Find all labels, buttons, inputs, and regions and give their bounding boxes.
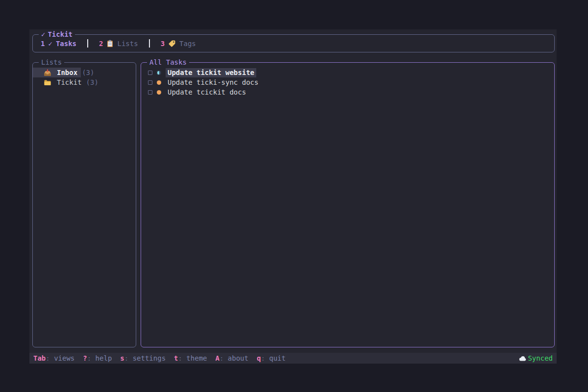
keybinding-hints: Tab: views ?: help s: settings t: theme … bbox=[33, 354, 286, 362]
hint-views[interactable]: Tab: views bbox=[33, 354, 74, 362]
app-title: ✓Tickit bbox=[39, 30, 75, 39]
hint-key: t bbox=[174, 354, 178, 362]
tab-lists-label: Lists bbox=[117, 40, 138, 48]
half-circle-status-icon bbox=[157, 71, 161, 75]
task-title: Update ticki-sync docs bbox=[166, 78, 260, 87]
hint-colon: : bbox=[46, 354, 54, 362]
hint-colon: : bbox=[178, 354, 187, 362]
tab-separator bbox=[149, 39, 150, 48]
checkbox-icon[interactable] bbox=[148, 80, 152, 85]
hint-action: about bbox=[228, 354, 248, 362]
list-item-highlight: Inbox bbox=[33, 68, 81, 77]
hint-action: quit bbox=[269, 354, 286, 362]
hint-key: ? bbox=[83, 354, 87, 362]
hint-key: q bbox=[257, 354, 261, 362]
hint-settings[interactable]: s: settings bbox=[120, 354, 166, 362]
task-title: Update tickit website bbox=[166, 68, 256, 77]
cloud-icon bbox=[519, 355, 527, 362]
tab-tags-key: 3 bbox=[161, 40, 165, 48]
tab-tasks[interactable]: 1 ✓ Tasks bbox=[41, 40, 76, 48]
task-title: Update tcickit docs bbox=[166, 88, 248, 97]
list-item-tickit[interactable]: Tickit (3) bbox=[33, 77, 136, 87]
task-list: Update tickit website Update ticki-sync … bbox=[141, 63, 554, 97]
list-item-count: (3) bbox=[86, 78, 98, 86]
tab-tasks-key: 1 bbox=[41, 40, 45, 48]
app-title-text: Tickit bbox=[48, 30, 73, 39]
inbox-icon bbox=[44, 69, 51, 76]
hint-quit[interactable]: q: quit bbox=[257, 354, 286, 362]
list-item-count: (3) bbox=[82, 69, 94, 76]
list-item-highlight: Tickit bbox=[33, 77, 85, 87]
hint-action: settings bbox=[133, 354, 166, 362]
hint-about[interactable]: A: about bbox=[216, 354, 248, 362]
tasks-panel-title: All Tasks bbox=[147, 58, 189, 67]
tab-row: 1 ✓ Tasks 2 Lists 3 bbox=[33, 35, 554, 52]
tab-separator bbox=[87, 39, 88, 48]
tab-lists-key: 2 bbox=[99, 40, 103, 48]
tab-tags-label: Tags bbox=[179, 40, 196, 48]
hint-key: s bbox=[120, 354, 124, 362]
sync-status: Synced bbox=[519, 354, 553, 362]
tag-icon bbox=[168, 40, 176, 48]
tab-tasks-label: Tasks bbox=[56, 40, 76, 48]
hint-help[interactable]: ?: help bbox=[83, 354, 112, 362]
hint-theme[interactable]: t: theme bbox=[174, 354, 207, 362]
checkbox-icon[interactable] bbox=[148, 71, 152, 75]
list-item-name: Inbox bbox=[57, 69, 77, 76]
task-row[interactable]: Update tickit website bbox=[141, 68, 554, 77]
hint-key: Tab bbox=[33, 354, 46, 362]
list-item-name: Tickit bbox=[57, 78, 82, 86]
app-window: ✓Tickit 1 ✓ Tasks 2 Lists bbox=[29, 29, 557, 364]
list-item-inbox[interactable]: Inbox (3) bbox=[33, 68, 136, 77]
tab-lists[interactable]: 2 Lists bbox=[99, 40, 138, 48]
hint-colon: : bbox=[87, 354, 96, 362]
orange-dot-status-icon bbox=[157, 90, 161, 95]
folder-icon bbox=[44, 79, 51, 86]
task-row[interactable]: Update tcickit docs bbox=[141, 87, 554, 97]
checkbox-icon[interactable] bbox=[148, 90, 152, 95]
task-row[interactable]: Update ticki-sync docs bbox=[141, 77, 554, 87]
clipboard-icon bbox=[106, 40, 114, 48]
check-icon: ✓ bbox=[41, 30, 45, 39]
hint-key: A bbox=[216, 354, 220, 362]
orange-dot-status-icon bbox=[157, 80, 161, 85]
hint-colon: : bbox=[261, 354, 269, 362]
status-bar: Tab: views ?: help s: settings t: theme … bbox=[29, 353, 557, 364]
lists-panel-title: Lists bbox=[39, 58, 64, 67]
hint-action: views bbox=[54, 354, 74, 362]
hint-colon: : bbox=[220, 354, 228, 362]
hint-colon: : bbox=[124, 354, 133, 362]
lists-panel: Lists Inbox (3) bbox=[32, 62, 136, 347]
check-icon: ✓ bbox=[48, 40, 52, 48]
hint-action: theme bbox=[186, 354, 207, 362]
tab-tags[interactable]: 3 Tags bbox=[161, 40, 196, 48]
sync-status-label: Synced bbox=[528, 354, 553, 362]
tasks-panel: All Tasks Update tickit website Update t… bbox=[141, 62, 555, 347]
hint-action: help bbox=[96, 354, 112, 362]
tab-bar-panel: ✓Tickit 1 ✓ Tasks 2 Lists bbox=[32, 34, 555, 52]
